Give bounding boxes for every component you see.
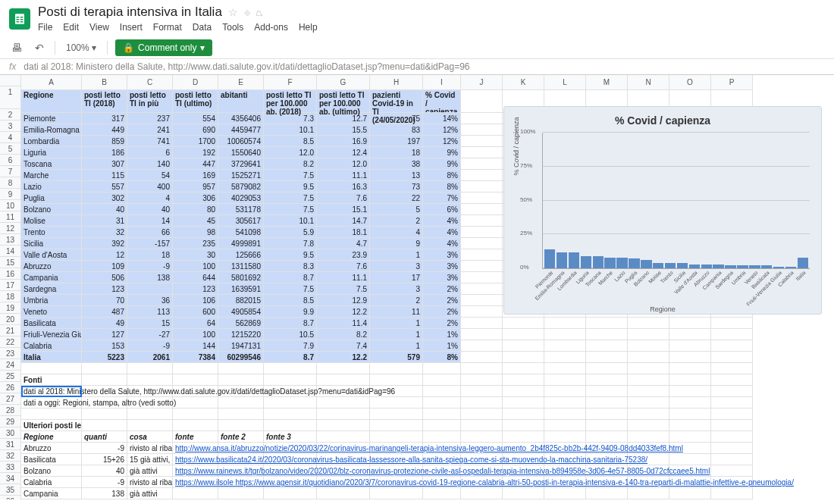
cell[interactable]: 138 (127, 272, 173, 283)
cell[interactable]: Basilicata (21, 318, 82, 329)
cell[interactable]: 8.3 (264, 261, 317, 272)
row-header[interactable]: 3 (0, 121, 21, 132)
cell[interactable]: 5.9 (264, 227, 317, 238)
cell[interactable] (503, 397, 544, 409)
cell[interactable] (317, 409, 370, 420)
row-header[interactable]: 7 (0, 166, 21, 177)
cell[interactable] (218, 374, 264, 386)
cell[interactable]: 5223 (82, 352, 127, 363)
row-header[interactable]: 11 (0, 211, 21, 223)
cell[interactable]: Abruzzo (21, 261, 82, 272)
cell[interactable]: fonte (173, 431, 218, 443)
cell[interactable] (461, 181, 503, 193)
cell[interactable] (711, 443, 753, 454)
cell[interactable] (669, 340, 711, 352)
cell[interactable] (711, 397, 753, 409)
cell[interactable]: 9 (370, 238, 423, 249)
cell[interactable] (317, 488, 370, 499)
cell[interactable] (711, 386, 753, 397)
cell[interactable]: 125666 (218, 249, 264, 261)
cell[interactable]: 9.5 (264, 249, 317, 261)
cell[interactable]: 8.7 (264, 318, 317, 329)
cell[interactable] (711, 454, 753, 465)
cell[interactable]: 186 (82, 147, 127, 158)
cell[interactable]: 7.8 (264, 238, 317, 249)
cell[interactable]: 4999891 (218, 238, 264, 249)
cell[interactable]: 15.5 (317, 124, 370, 136)
cell[interactable]: 1525271 (218, 170, 264, 181)
cell[interactable] (127, 283, 173, 295)
select-all-corner[interactable] (0, 75, 21, 86)
cell[interactable]: -9 (127, 340, 173, 352)
menu-add-ons[interactable]: Add-ons (254, 22, 288, 33)
cell[interactable] (586, 318, 628, 329)
cell[interactable]: Friuli-Venezia Giulia (21, 329, 82, 340)
cell[interactable] (423, 420, 461, 431)
cell[interactable] (711, 329, 753, 340)
cloud-icon[interactable]: ⏢ (256, 6, 262, 18)
star-icon[interactable]: ☆ (228, 6, 238, 18)
cell[interactable]: Regione (21, 90, 82, 113)
cell[interactable]: posti letto TI (ultimo) (173, 90, 218, 113)
cell[interactable]: posti letto TI per 100.000 ab. (ultimo) (317, 90, 370, 113)
cell[interactable]: Marche (21, 170, 82, 181)
cell[interactable] (544, 374, 586, 386)
cell[interactable] (461, 329, 503, 340)
cell[interactable]: Bolzano (21, 204, 82, 215)
cell[interactable]: 8% (423, 170, 461, 181)
chart[interactable]: % Covid / capienza % Covid / capienza 0%… (503, 106, 822, 315)
cell[interactable]: 14 (127, 215, 173, 227)
cell[interactable]: Veneto (21, 306, 82, 318)
row-header[interactable]: 6 (0, 155, 21, 166)
cell[interactable]: cosa (127, 431, 173, 443)
col-header[interactable]: E (218, 75, 264, 90)
cell[interactable]: 11.1 (317, 272, 370, 283)
cell[interactable] (461, 90, 503, 113)
cell[interactable]: 644 (173, 272, 218, 283)
col-header[interactable]: K (503, 75, 544, 90)
cell[interactable] (503, 431, 544, 443)
cell[interactable]: 4 (127, 193, 173, 204)
cell[interactable] (423, 374, 461, 386)
cell[interactable] (461, 249, 503, 261)
cell[interactable] (264, 397, 317, 409)
cell[interactable] (218, 488, 264, 499)
cell[interactable] (264, 420, 317, 431)
cell[interactable]: -157 (127, 238, 173, 249)
cell[interactable] (711, 340, 753, 352)
cell[interactable]: 31 (82, 215, 127, 227)
cell[interactable]: 32 (82, 227, 127, 238)
cell[interactable]: 241 (127, 124, 173, 136)
cell[interactable]: 7.9 (264, 340, 317, 352)
cell[interactable] (127, 374, 173, 386)
cell[interactable] (711, 420, 753, 431)
row-header[interactable]: 17 (0, 280, 21, 291)
row-header[interactable]: 14 (0, 246, 21, 257)
cell[interactable]: 306 (173, 193, 218, 204)
zoom-select[interactable]: 100% ▾ (63, 41, 99, 55)
row-header[interactable]: 18 (0, 291, 21, 302)
row-header[interactable]: 25 (0, 371, 21, 382)
cell[interactable] (669, 386, 711, 397)
cell[interactable]: 8.7 (264, 352, 317, 363)
cell[interactable] (21, 409, 82, 420)
cell[interactable] (503, 374, 544, 386)
cell[interactable]: 12.2 (317, 352, 370, 363)
cell[interactable]: Molise (21, 215, 82, 227)
row-header[interactable]: 12 (0, 223, 21, 234)
row-header[interactable]: 36 (0, 496, 21, 499)
cell[interactable]: 15+26 (82, 454, 127, 465)
cell[interactable] (461, 318, 503, 329)
cell[interactable] (461, 124, 503, 136)
cell[interactable] (586, 386, 628, 397)
cell[interactable]: 6% (423, 204, 461, 215)
cell[interactable] (544, 363, 586, 374)
cell[interactable]: https://www.ilsole https://www.agensir.i… (173, 477, 218, 488)
comment-only-button[interactable]: 🔒 Comment only ▾ (115, 39, 212, 56)
cell[interactable] (669, 488, 711, 499)
row-header[interactable]: 22 (0, 337, 21, 348)
cell[interactable] (317, 431, 370, 443)
cell[interactable] (21, 363, 82, 374)
cell[interactable]: 115 (82, 170, 127, 181)
cell[interactable]: 144 (173, 340, 218, 352)
